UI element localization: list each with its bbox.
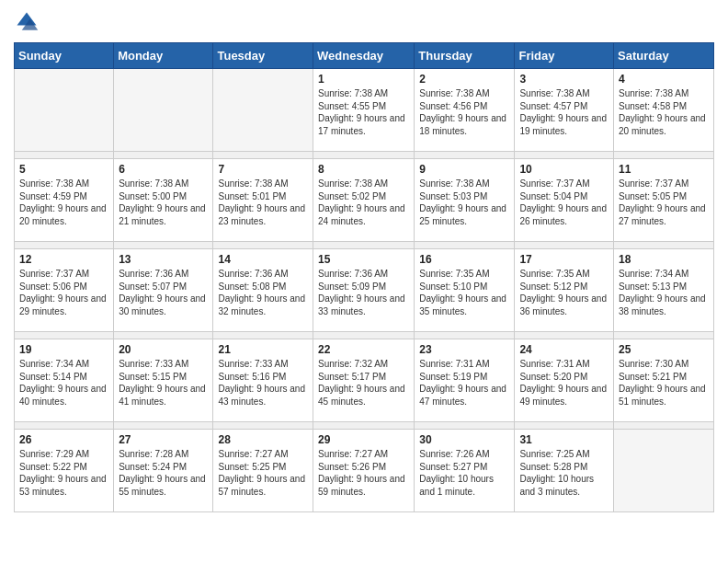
day-cell: 21Sunrise: 7:33 AM Sunset: 5:16 PM Dayli… [213, 339, 313, 422]
weekday-header-monday: Monday [114, 43, 213, 69]
day-number: 22 [318, 343, 409, 356]
day-cell: 24Sunrise: 7:31 AM Sunset: 5:20 PM Dayli… [515, 339, 614, 422]
day-number: 29 [318, 433, 409, 446]
day-info: Sunrise: 7:33 AM Sunset: 5:15 PM Dayligh… [119, 358, 208, 408]
separator-cell [415, 152, 515, 159]
day-cell [213, 69, 313, 152]
separator-cell [313, 332, 415, 339]
day-cell: 30Sunrise: 7:26 AM Sunset: 5:27 PM Dayli… [415, 430, 515, 512]
day-number: 12 [19, 253, 108, 266]
day-cell [114, 69, 213, 152]
day-number: 3 [519, 73, 609, 86]
weekday-header-row: SundayMondayTuesdayWednesdayThursdayFrid… [15, 43, 714, 69]
day-cell: 22Sunrise: 7:32 AM Sunset: 5:17 PM Dayli… [313, 339, 415, 422]
day-info: Sunrise: 7:37 AM Sunset: 5:04 PM Dayligh… [519, 178, 609, 227]
header [14, 9, 714, 35]
day-cell: 16Sunrise: 7:35 AM Sunset: 5:10 PM Dayli… [415, 249, 515, 332]
day-info: Sunrise: 7:37 AM Sunset: 5:05 PM Dayligh… [619, 178, 709, 227]
separator-cell [415, 422, 515, 430]
separator-cell [313, 242, 415, 249]
week-row-3: 12Sunrise: 7:37 AM Sunset: 5:06 PM Dayli… [15, 249, 714, 332]
day-info: Sunrise: 7:34 AM Sunset: 5:13 PM Dayligh… [619, 268, 709, 317]
week-row-4: 19Sunrise: 7:34 AM Sunset: 5:14 PM Dayli… [15, 339, 714, 422]
day-info: Sunrise: 7:38 AM Sunset: 4:56 PM Dayligh… [419, 87, 509, 137]
day-info: Sunrise: 7:29 AM Sunset: 5:22 PM Dayligh… [19, 448, 108, 498]
day-number: 1 [318, 73, 409, 86]
separator-cell [515, 332, 614, 339]
separator-cell [515, 422, 614, 430]
day-number: 25 [619, 343, 709, 356]
day-number: 20 [119, 343, 208, 356]
day-cell: 3Sunrise: 7:38 AM Sunset: 4:57 PM Daylig… [515, 69, 614, 152]
day-cell: 13Sunrise: 7:36 AM Sunset: 5:07 PM Dayli… [114, 249, 213, 332]
day-number: 23 [419, 343, 509, 356]
day-number: 31 [519, 433, 609, 446]
day-cell: 27Sunrise: 7:28 AM Sunset: 5:24 PM Dayli… [114, 430, 213, 512]
separator-cell [15, 422, 114, 430]
day-cell: 18Sunrise: 7:34 AM Sunset: 5:13 PM Dayli… [614, 249, 714, 332]
day-cell: 26Sunrise: 7:29 AM Sunset: 5:22 PM Dayli… [15, 430, 114, 512]
day-info: Sunrise: 7:28 AM Sunset: 5:24 PM Dayligh… [119, 448, 208, 498]
week-row-2: 5Sunrise: 7:38 AM Sunset: 4:59 PM Daylig… [15, 159, 714, 242]
day-number: 8 [318, 163, 409, 176]
day-number: 9 [419, 163, 509, 176]
week-separator-row [15, 422, 714, 430]
day-number: 4 [619, 73, 709, 86]
day-cell: 20Sunrise: 7:33 AM Sunset: 5:15 PM Dayli… [114, 339, 213, 422]
separator-cell [114, 242, 213, 249]
day-info: Sunrise: 7:36 AM Sunset: 5:09 PM Dayligh… [318, 268, 409, 317]
day-cell: 23Sunrise: 7:31 AM Sunset: 5:19 PM Dayli… [415, 339, 515, 422]
day-number: 5 [19, 163, 108, 176]
weekday-header-friday: Friday [515, 43, 614, 69]
separator-cell [15, 332, 114, 339]
day-cell: 10Sunrise: 7:37 AM Sunset: 5:04 PM Dayli… [515, 159, 614, 242]
separator-cell [614, 422, 714, 430]
day-cell: 8Sunrise: 7:38 AM Sunset: 5:02 PM Daylig… [313, 159, 415, 242]
day-info: Sunrise: 7:27 AM Sunset: 5:26 PM Dayligh… [318, 448, 409, 498]
day-number: 28 [218, 433, 308, 446]
separator-cell [515, 242, 614, 249]
day-info: Sunrise: 7:36 AM Sunset: 5:08 PM Dayligh… [218, 268, 308, 317]
day-number: 24 [519, 343, 609, 356]
day-cell: 9Sunrise: 7:38 AM Sunset: 5:03 PM Daylig… [415, 159, 515, 242]
day-number: 7 [218, 163, 308, 176]
day-info: Sunrise: 7:38 AM Sunset: 5:01 PM Dayligh… [218, 178, 308, 227]
day-number: 11 [619, 163, 709, 176]
week-row-5: 26Sunrise: 7:29 AM Sunset: 5:22 PM Dayli… [15, 430, 714, 512]
day-info: Sunrise: 7:38 AM Sunset: 5:02 PM Dayligh… [318, 178, 409, 227]
separator-cell [614, 332, 714, 339]
day-cell [15, 69, 114, 152]
day-info: Sunrise: 7:37 AM Sunset: 5:06 PM Dayligh… [19, 268, 108, 317]
separator-cell [213, 422, 313, 430]
separator-cell [15, 152, 114, 159]
week-separator-row [15, 152, 714, 159]
day-number: 10 [519, 163, 609, 176]
day-number: 21 [218, 343, 308, 356]
day-number: 26 [19, 433, 108, 446]
day-cell: 19Sunrise: 7:34 AM Sunset: 5:14 PM Dayli… [15, 339, 114, 422]
week-separator-row [15, 242, 714, 249]
day-cell: 31Sunrise: 7:25 AM Sunset: 5:28 PM Dayli… [515, 430, 614, 512]
day-info: Sunrise: 7:38 AM Sunset: 5:00 PM Dayligh… [119, 178, 208, 227]
day-info: Sunrise: 7:30 AM Sunset: 5:21 PM Dayligh… [619, 358, 709, 408]
day-cell: 15Sunrise: 7:36 AM Sunset: 5:09 PM Dayli… [313, 249, 415, 332]
calendar-table: SundayMondayTuesdayWednesdayThursdayFrid… [14, 42, 714, 512]
page: SundayMondayTuesdayWednesdayThursdayFrid… [0, 0, 728, 563]
logo [14, 9, 43, 35]
day-info: Sunrise: 7:31 AM Sunset: 5:20 PM Dayligh… [519, 358, 609, 408]
week-row-1: 1Sunrise: 7:38 AM Sunset: 4:55 PM Daylig… [15, 69, 714, 152]
day-info: Sunrise: 7:34 AM Sunset: 5:14 PM Dayligh… [19, 358, 108, 408]
day-cell: 12Sunrise: 7:37 AM Sunset: 5:06 PM Dayli… [15, 249, 114, 332]
separator-cell [114, 332, 213, 339]
separator-cell [15, 242, 114, 249]
day-info: Sunrise: 7:38 AM Sunset: 4:55 PM Dayligh… [318, 87, 409, 137]
day-info: Sunrise: 7:35 AM Sunset: 5:12 PM Dayligh… [519, 268, 609, 317]
logo-icon [14, 9, 40, 35]
day-info: Sunrise: 7:36 AM Sunset: 5:07 PM Dayligh… [119, 268, 208, 317]
day-number: 19 [19, 343, 108, 356]
separator-cell [614, 152, 714, 159]
day-info: Sunrise: 7:38 AM Sunset: 4:58 PM Dayligh… [619, 87, 709, 137]
day-info: Sunrise: 7:38 AM Sunset: 4:59 PM Dayligh… [19, 178, 108, 227]
separator-cell [614, 242, 714, 249]
day-info: Sunrise: 7:38 AM Sunset: 5:03 PM Dayligh… [419, 178, 509, 227]
